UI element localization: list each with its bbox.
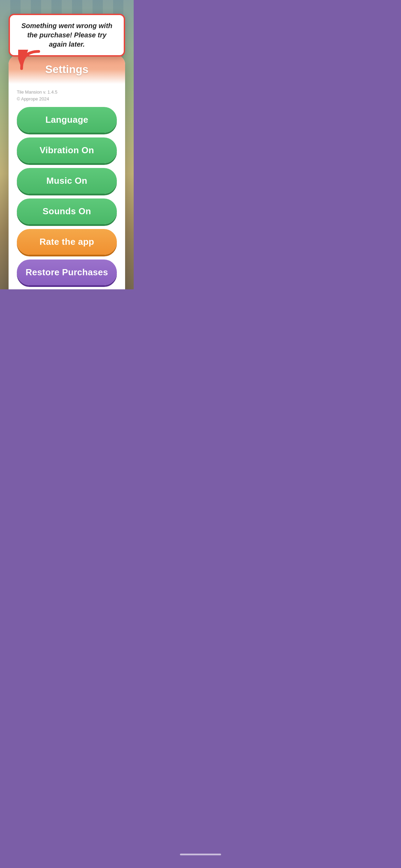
language-button[interactable]: Language [17,107,117,133]
error-toast: Something went wrong with the purchase! … [9,14,125,57]
footer-links: Privacy Policy Privacy (Opt-Out) Terms o… [9,285,125,289]
version-line1: Tile Mansion v. 1.4.5 [17,89,117,96]
error-arrow [18,50,42,72]
version-info: Tile Mansion v. 1.4.5 © Apprope 2024 [9,84,125,104]
sounds-button[interactable]: Sounds On [17,198,117,224]
error-message: Something went wrong with the purchase! … [17,21,116,49]
buttons-container: Language Vibration On Music On Sounds On… [9,104,125,285]
rate-app-button[interactable]: Rate the app [17,229,117,255]
version-line2: © Apprope 2024 [17,96,117,103]
music-button[interactable]: Music On [17,168,117,194]
restore-purchases-button[interactable]: Restore Purchases [17,260,117,285]
settings-panel: Settings Tile Mansion v. 1.4.5 © Apprope… [9,55,125,289]
vibration-button[interactable]: Vibration On [17,137,117,163]
